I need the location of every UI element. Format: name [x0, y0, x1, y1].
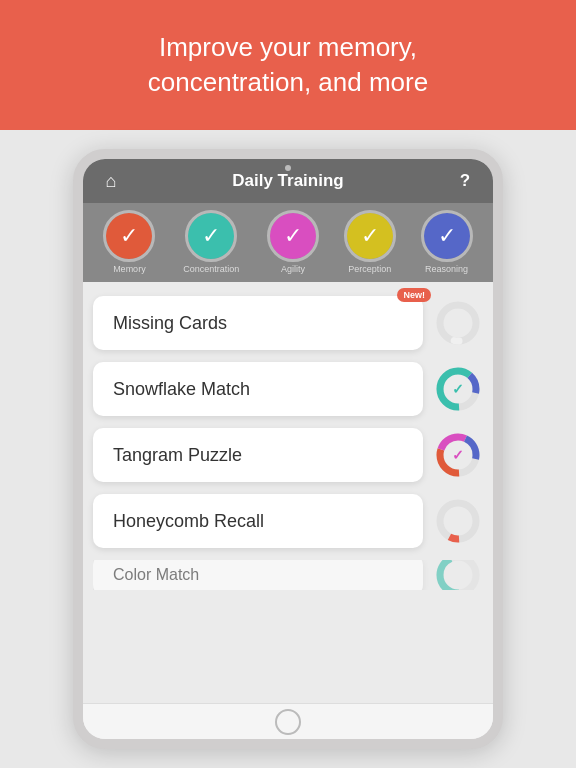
missing-cards-label: Missing Cards: [113, 313, 227, 334]
top-banner: Improve your memory, concentration, and …: [0, 0, 576, 130]
honeycomb-recall-button[interactable]: Honeycomb Recall: [93, 494, 423, 548]
partial-chart: [433, 560, 483, 590]
tangram-puzzle-button[interactable]: Tangram Puzzle: [93, 428, 423, 482]
missing-cards-button[interactable]: Missing Cards: [93, 296, 423, 350]
category-circle-memory: ✓: [106, 213, 152, 259]
svg-text:✓: ✓: [452, 381, 464, 397]
svg-point-11: [440, 503, 476, 539]
tangram-puzzle-chart: ✓: [433, 430, 483, 480]
check-reasoning: ✓: [438, 225, 456, 247]
category-concentration[interactable]: ✓ Concentration: [183, 213, 239, 274]
home-button-area: [83, 703, 493, 739]
game-row-missing-cards: Missing Cards New!: [93, 296, 483, 350]
category-perception[interactable]: ✓ Perception: [347, 213, 393, 274]
game-row-tangram-puzzle: Tangram Puzzle ✓: [93, 428, 483, 482]
category-label-agility: Agility: [281, 264, 305, 274]
check-concentration: ✓: [202, 225, 220, 247]
category-label-reasoning: Reasoning: [425, 264, 468, 274]
svg-point-0: [440, 305, 476, 341]
game-row-honeycomb-recall: Honeycomb Recall: [93, 494, 483, 548]
categories-row: ✓ Memory ✓ Concentration ✓ Agility ✓: [83, 203, 493, 282]
snowflake-match-button[interactable]: Snowflake Match: [93, 362, 423, 416]
snowflake-match-chart: ✓: [433, 364, 483, 414]
content-area: Missing Cards New! Snowflake Match: [83, 282, 493, 703]
home-icon[interactable]: ⌂: [97, 171, 125, 192]
category-reasoning[interactable]: ✓ Reasoning: [424, 213, 470, 274]
category-circle-agility: ✓: [270, 213, 316, 259]
honeycomb-recall-label: Honeycomb Recall: [113, 511, 264, 532]
snowflake-match-label: Snowflake Match: [113, 379, 250, 400]
honeycomb-recall-chart: [433, 496, 483, 546]
category-circle-perception: ✓: [347, 213, 393, 259]
new-badge-missing-cards: New!: [397, 288, 431, 302]
check-memory: ✓: [120, 225, 138, 247]
tablet-frame: ⌂ Daily Training ? ✓ Memory ✓ Concentrat…: [73, 149, 503, 749]
check-agility: ✓: [284, 225, 302, 247]
tangram-puzzle-label: Tangram Puzzle: [113, 445, 242, 466]
category-label-perception: Perception: [348, 264, 391, 274]
category-agility[interactable]: ✓ Agility: [270, 213, 316, 274]
game-row-snowflake-match: Snowflake Match ✓: [93, 362, 483, 416]
game-row-partial: Color Match: [93, 560, 483, 590]
check-perception: ✓: [361, 225, 379, 247]
category-memory[interactable]: ✓ Memory: [106, 213, 152, 274]
banner-text: Improve your memory, concentration, and …: [148, 30, 428, 100]
category-circle-concentration: ✓: [188, 213, 234, 259]
partial-button: Color Match: [93, 560, 423, 590]
home-button-circle[interactable]: [275, 709, 301, 735]
svg-text:✓: ✓: [452, 447, 464, 463]
missing-cards-chart: [433, 298, 483, 348]
tablet-area: ⌂ Daily Training ? ✓ Memory ✓ Concentrat…: [0, 130, 576, 768]
category-label-concentration: Concentration: [183, 264, 239, 274]
help-icon[interactable]: ?: [451, 171, 479, 191]
partial-label: Color Match: [113, 566, 199, 584]
category-circle-reasoning: ✓: [424, 213, 470, 259]
category-label-memory: Memory: [113, 264, 146, 274]
camera-dot: [285, 165, 291, 171]
header-title: Daily Training: [232, 171, 343, 191]
